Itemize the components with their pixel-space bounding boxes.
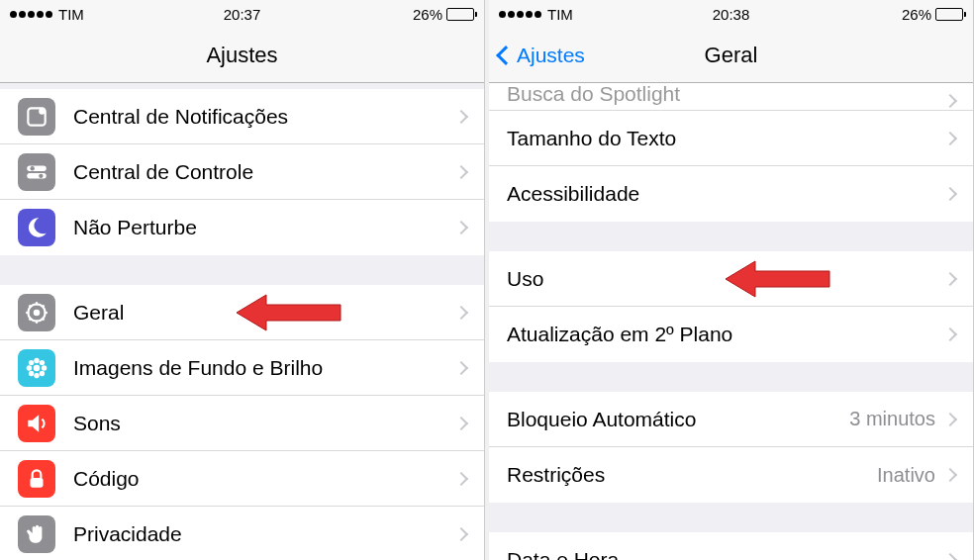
nav-bar: Ajustes [0, 28, 484, 83]
chevron-right-icon [943, 327, 957, 341]
chevron-right-icon [454, 527, 468, 541]
wallpaper-icon [18, 349, 55, 387]
list-item[interactable]: Data e Hora [489, 532, 973, 560]
hand-icon [18, 515, 55, 553]
svg-point-19 [34, 372, 39, 377]
list-item-partial[interactable]: Busca do Spotlight [489, 83, 973, 111]
chevron-right-icon [454, 360, 468, 374]
list-item[interactable]: Geral [0, 285, 484, 340]
row-label: Uso [507, 267, 945, 291]
chevron-right-icon [943, 187, 957, 201]
chevron-right-icon [454, 305, 468, 319]
list-item[interactable]: Não Perturbe [0, 200, 484, 255]
clock-label: 20:38 [713, 6, 750, 23]
status-bar: TIM 20:38 26% [489, 0, 973, 28]
list-item[interactable]: RestriçõesInativo [489, 447, 973, 503]
carrier-label: TIM [547, 6, 573, 23]
row-label: Data e Hora [507, 548, 945, 560]
list-item[interactable]: Código [0, 451, 484, 507]
settings-list[interactable]: Central de NotificaçõesCentral de Contro… [0, 83, 484, 560]
svg-line-15 [42, 305, 44, 307]
list-item[interactable]: Atualização em 2º Plano [489, 307, 973, 362]
screenshot-left: TIM 20:37 26% Ajustes Central de Notific… [0, 0, 485, 560]
chevron-left-icon [496, 46, 516, 65]
clock-label: 20:37 [224, 6, 261, 23]
row-value: 3 minutos [849, 408, 935, 430]
battery-icon [446, 8, 474, 21]
screenshot-right: TIM 20:38 26% Ajustes Geral Busca do Spo… [489, 0, 974, 560]
chevron-right-icon [454, 221, 468, 234]
svg-point-21 [42, 365, 47, 370]
page-title: Ajustes [206, 43, 277, 68]
svg-rect-2 [27, 165, 47, 170]
lock-icon [18, 460, 55, 498]
svg-point-20 [27, 365, 32, 370]
chevron-right-icon [943, 94, 957, 108]
chevron-right-icon [943, 131, 957, 144]
row-label: Atualização em 2º Plano [507, 323, 945, 346]
battery-icon [935, 8, 963, 21]
signal-dots-icon [10, 11, 52, 18]
list-item[interactable]: Bloqueio Automático3 minutos [489, 392, 973, 447]
row-label: Privacidade [73, 522, 456, 546]
svg-point-1 [39, 108, 45, 115]
chevron-right-icon [454, 416, 468, 429]
row-label: Tamanho do Texto [507, 127, 945, 150]
chevron-right-icon [454, 109, 468, 123]
speaker-icon [18, 405, 55, 442]
battery-percent: 26% [902, 6, 931, 23]
svg-line-13 [42, 318, 44, 320]
svg-rect-3 [27, 173, 47, 178]
list-item[interactable]: Central de Controle [0, 144, 484, 200]
signal-dots-icon [499, 11, 541, 18]
svg-point-5 [39, 173, 43, 177]
chevron-right-icon [454, 164, 468, 178]
chevron-right-icon [943, 412, 957, 425]
svg-point-7 [34, 309, 41, 316]
row-label: Central de Notificações [73, 105, 456, 129]
row-label: Imagens de Fundo e Brilho [73, 356, 456, 380]
row-label: Restrições [507, 463, 877, 487]
list-item[interactable]: Imagens de Fundo e Brilho [0, 340, 484, 396]
row-label: Não Perturbe [73, 216, 456, 239]
chevron-right-icon [454, 471, 468, 485]
svg-point-22 [29, 359, 34, 364]
svg-line-14 [29, 318, 31, 320]
chevron-right-icon [943, 271, 957, 285]
back-label: Ajustes [517, 44, 585, 67]
svg-point-24 [29, 370, 34, 375]
list-item[interactable]: Privacidade [0, 507, 484, 560]
row-value: Inativo [877, 464, 935, 487]
nav-bar: Ajustes Geral [489, 28, 973, 83]
svg-point-23 [40, 359, 45, 364]
list-item[interactable]: Central de Notificações [0, 89, 484, 144]
list-item[interactable]: Tamanho do Texto [489, 111, 973, 166]
row-label: Central de Controle [73, 160, 456, 184]
row-label: Acessibilidade [507, 182, 945, 206]
svg-point-17 [34, 364, 41, 371]
list-item[interactable]: Acessibilidade [489, 166, 973, 222]
svg-point-25 [40, 370, 45, 375]
svg-rect-26 [31, 477, 44, 487]
svg-line-12 [29, 305, 31, 307]
general-list[interactable]: Busca do Spotlight Tamanho do TextoAcess… [489, 83, 973, 560]
chevron-right-icon [943, 553, 957, 560]
moon-icon [18, 209, 55, 246]
row-label: Código [73, 467, 456, 491]
list-item[interactable]: Uso [489, 251, 973, 307]
carrier-label: TIM [58, 6, 84, 23]
status-bar: TIM 20:37 26% [0, 0, 484, 28]
control-center-icon [18, 153, 55, 191]
page-title: Geral [705, 43, 758, 68]
row-label: Geral [73, 301, 456, 325]
svg-point-18 [34, 357, 39, 362]
list-item[interactable]: Sons [0, 396, 484, 451]
gear-icon [18, 294, 55, 331]
battery-percent: 26% [413, 6, 442, 23]
notifications-icon [18, 98, 55, 136]
row-label: Bloqueio Automático [507, 408, 849, 431]
row-label: Busca do Spotlight [507, 83, 945, 106]
row-label: Sons [73, 412, 456, 435]
back-button[interactable]: Ajustes [499, 44, 585, 67]
chevron-right-icon [943, 468, 957, 482]
